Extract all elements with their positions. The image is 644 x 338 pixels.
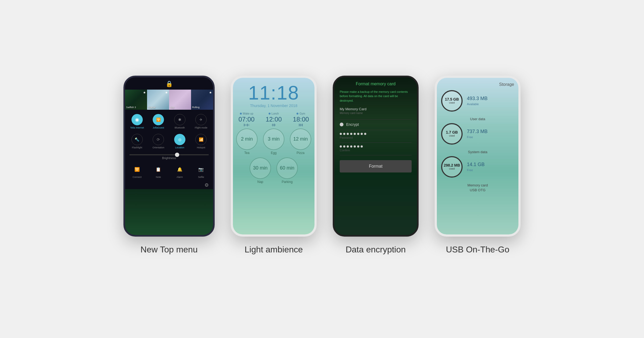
storage-memcard-section: 298.2 MB Used 14.1 GB Free bbox=[441, 156, 514, 178]
phone3-shell: Format memory card Please make a backup … bbox=[333, 76, 419, 237]
storage-sysdata-label: System data bbox=[441, 150, 514, 154]
alarm-gym-ticks bbox=[299, 124, 303, 126]
toggle-orientation[interactable]: ⟳ Orientation bbox=[148, 132, 169, 151]
storage-sysdata-circle-label: Used bbox=[449, 134, 455, 137]
note-icon: 📋 bbox=[153, 164, 163, 175]
timer-pizza-circle: 12 min bbox=[290, 128, 311, 150]
phone4-screen: Storage 17.5 GB Used 493.3 MB Available … bbox=[437, 78, 518, 234]
encrypt-toggle[interactable] bbox=[340, 123, 343, 126]
phone2-shell: 11:18 Thursday, 1 November 2018 Wake up … bbox=[231, 76, 317, 237]
toggle-hotspot[interactable]: 📶 Hotspot bbox=[191, 132, 212, 151]
toggle-hotspot-icon: 📶 bbox=[195, 134, 207, 145]
quick-toggles-top: ◉ Telia Internet 🛜 JollaGuest ✱ Bluetoot… bbox=[125, 110, 213, 153]
toggle-hotspot-label: Hotspot bbox=[197, 146, 205, 149]
storage-userdata-avail-label: Available bbox=[467, 102, 488, 106]
storage-memcard-circle-label: Used bbox=[449, 167, 455, 170]
format-divider-1 bbox=[340, 119, 412, 120]
phones-row: 🔒 ★ Sailfish 3 ★ Glacial A bbox=[123, 76, 521, 255]
storage-sysdata-avail-label: Free bbox=[467, 135, 488, 139]
format-divider-3 bbox=[340, 142, 412, 143]
toggle-location[interactable]: ◎ Location bbox=[169, 132, 190, 151]
toggle-flashlight-icon: 🔦 bbox=[131, 134, 143, 145]
timer-tea-mins: 2 min bbox=[241, 136, 253, 142]
theme-rolling-label: Rolling bbox=[192, 106, 200, 109]
connect-icon: 🛜 bbox=[132, 164, 142, 175]
storage-userdata-val: 17.5 GB bbox=[445, 97, 459, 101]
timer-pizza[interactable]: 12 min Pizza bbox=[290, 128, 311, 155]
toggle-location-label: Location bbox=[175, 146, 184, 149]
settings-icon[interactable]: ⚙ bbox=[204, 182, 209, 188]
toggle-telia-label: Telia Internet bbox=[130, 126, 144, 129]
timer-egg-mins: 3 min bbox=[268, 136, 280, 142]
format-button[interactable]: Format bbox=[340, 160, 412, 172]
format-title: Format memory card bbox=[340, 82, 412, 86]
theme-sailfish[interactable]: ★ Sailfish 3 bbox=[125, 90, 147, 110]
toggle-flight[interactable]: ✈ Flight mode bbox=[191, 112, 212, 131]
alarm-gym: Gym 18:00 bbox=[293, 112, 309, 126]
storage-sysdata-circle: 1.7 GB Used bbox=[441, 123, 463, 145]
toggle-telia[interactable]: ◉ Telia Internet bbox=[127, 112, 148, 131]
format-field-cardname: My Memory Card Memory card name bbox=[340, 107, 412, 117]
phone2-container: 11:18 Thursday, 1 November 2018 Wake up … bbox=[231, 76, 317, 255]
theme-sailfish-label: Sailfish 3 bbox=[126, 106, 136, 109]
storage-memcard-circle: 298.2 MB Used bbox=[441, 156, 463, 178]
format-divider-4 bbox=[340, 155, 412, 155]
bottom-icon-alarm[interactable]: 🔔 Alarm bbox=[169, 163, 190, 180]
themes-row: ★ Sailfish 3 ★ Glacial Airy ★ bbox=[125, 90, 213, 110]
toggle-bluetooth[interactable]: ✱ Bluetooth bbox=[169, 112, 190, 131]
timer-nap[interactable]: 30 min Nap bbox=[250, 157, 271, 184]
bottom-icon-selfie[interactable]: 📷 Selfie bbox=[191, 163, 212, 180]
bottom-icon-connect[interactable]: 🛜 Connect bbox=[127, 163, 148, 180]
phone1-lock-area: 🔒 bbox=[125, 77, 213, 90]
timer-parking-mins: 60 min bbox=[280, 165, 294, 171]
alarm-wakeup-time: 07:00 bbox=[239, 116, 255, 123]
theme-rolling[interactable]: ★ Rolling bbox=[191, 90, 213, 110]
selfie-icon: 📷 bbox=[196, 164, 206, 175]
phone4-container: Storage 17.5 GB Used 493.3 MB Available … bbox=[435, 76, 521, 255]
storage-title: Storage bbox=[441, 82, 514, 87]
toggle-orientation-icon: ⟳ bbox=[153, 134, 164, 145]
storage-userdata-avail-val: 493.3 MB bbox=[467, 96, 488, 101]
format-cardname-sublabel: Memory card name bbox=[340, 112, 412, 115]
brightness-label: Brightness bbox=[162, 156, 176, 160]
note-label: Note bbox=[156, 176, 161, 178]
password-label: Password bbox=[340, 136, 412, 139]
phone3-label: Data encryption bbox=[346, 245, 406, 255]
timer-tea-name: Tea bbox=[244, 151, 249, 155]
storage-memcard-val: 298.2 MB bbox=[444, 163, 460, 167]
toggle-flashlight[interactable]: 🔦 Flashlight bbox=[127, 132, 148, 151]
storage-memcard-right: 14.1 GB Free bbox=[467, 162, 485, 172]
alarm-gym-time: 18:00 bbox=[293, 116, 309, 123]
brightness-slider[interactable] bbox=[129, 154, 209, 155]
timer-nap-name: Nap bbox=[257, 180, 263, 184]
brightness-knob[interactable] bbox=[175, 153, 179, 157]
storage-userdata-circle-label: Used bbox=[449, 101, 455, 104]
timer-row-2: 30 min Nap 60 min Parking bbox=[250, 157, 298, 184]
toggle-jolla[interactable]: 🛜 JollaGuest bbox=[148, 112, 169, 131]
toggle-flight-label: Flight mode bbox=[195, 126, 207, 129]
timer-circles: 2 min Tea 3 min Egg 12 min bbox=[236, 128, 312, 184]
timer-parking[interactable]: 60 min Parking bbox=[276, 157, 298, 184]
theme-glacial-label: Glacial bbox=[148, 106, 156, 109]
timer-tea[interactable]: 2 min Tea bbox=[236, 128, 258, 155]
storage-memcard-label: Memory cardUSB OTG bbox=[441, 183, 514, 193]
storage-sysdata-section: 1.7 GB Used 737.3 MB Free bbox=[441, 123, 514, 145]
timer-egg[interactable]: 3 min Egg bbox=[263, 128, 284, 155]
toggle-flight-icon: ✈ bbox=[195, 114, 207, 125]
bottom-icon-note[interactable]: 📋 Note bbox=[148, 163, 169, 180]
storage-userdata-right: 493.3 MB Available bbox=[467, 96, 488, 106]
alarm-label: Alarm bbox=[177, 176, 183, 178]
toggle-telia-icon: ◉ bbox=[131, 114, 143, 125]
phone4-shell: Storage 17.5 GB Used 493.3 MB Available … bbox=[435, 76, 521, 237]
timer-parking-name: Parking bbox=[282, 180, 293, 184]
phone1-screen: 🔒 ★ Sailfish 3 ★ Glacial A bbox=[125, 77, 213, 235]
alarm-wakeup-dot: Wake up bbox=[240, 112, 253, 115]
theme-airy[interactable]: Airy bbox=[169, 90, 191, 110]
brightness-row: Brightness bbox=[125, 153, 213, 162]
timer-egg-name: Egg bbox=[271, 151, 276, 155]
timer-pizza-mins: 12 min bbox=[293, 136, 308, 142]
clock-time: 11:18 bbox=[248, 83, 299, 102]
timer-nap-mins: 30 min bbox=[253, 165, 268, 171]
settings-row: ⚙ bbox=[125, 181, 213, 189]
theme-glacial[interactable]: ★ Glacial bbox=[147, 90, 169, 110]
